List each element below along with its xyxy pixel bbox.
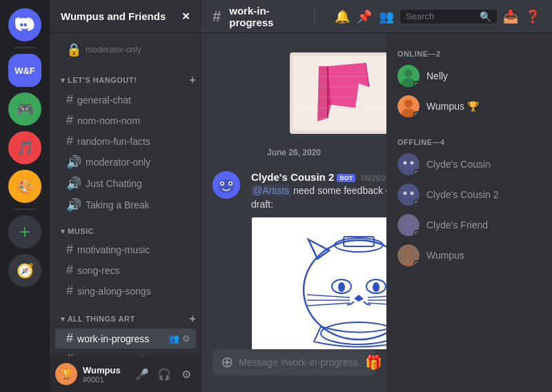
- current-user-name: Wumpus: [83, 365, 127, 375]
- channel-item-post-your-creations[interactable]: # post-your-creations: [55, 349, 196, 356]
- header-actions: 🔔 📌 👥 🔍 📥 ❓: [334, 8, 541, 25]
- member-avatar-wumpus: [397, 95, 420, 117]
- member-name-clydes-friend: Clyde's Friend: [426, 219, 488, 231]
- channel-item-work-in-progress[interactable]: # work-in-progress 👥 ⚙: [55, 329, 196, 349]
- channel-item-motivating-music[interactable]: # motivating-music: [55, 239, 196, 259]
- member-avatar-nelly: [397, 65, 420, 87]
- server-icon-3[interactable]: 🎵: [8, 131, 41, 164]
- members-icon[interactable]: 👥: [168, 333, 179, 344]
- svg-point-41: [404, 161, 407, 165]
- channel-label: moderator-only: [86, 45, 190, 55]
- member-item-clydes-cousin-2[interactable]: Clyde's Cousin 2: [392, 179, 546, 210]
- message-author: Clyde's Cousin 2: [251, 171, 355, 183]
- member-list: ONLINE—2 Nelly: [386, 33, 552, 392]
- hash-icon: #: [66, 92, 73, 107]
- server-divider: [14, 47, 36, 48]
- server-icon-2[interactable]: 🎮: [8, 92, 41, 126]
- server-divider-2: [14, 208, 36, 210]
- members-icon[interactable]: 👥: [378, 8, 395, 25]
- channel-item-just-chatting[interactable]: 🔊 Just Chatting: [55, 173, 196, 194]
- member-name-clydes-cousin-2: Clyde's Cousin 2: [426, 189, 499, 200]
- voice-icon: 🔊: [66, 176, 81, 191]
- member-item-clydes-friend[interactable]: Clyde's Friend: [392, 210, 546, 240]
- hash-icon: #: [66, 263, 73, 277]
- channel-item-song-recs[interactable]: # song-recs: [55, 260, 196, 280]
- help-icon[interactable]: ❓: [524, 8, 541, 25]
- gift-icon[interactable]: 🎁: [365, 354, 382, 371]
- member-item-nelly[interactable]: Nelly: [392, 61, 546, 91]
- member-avatar-clydes-cousin-2: [397, 184, 420, 206]
- channel-label: random-fun-facts: [77, 136, 190, 147]
- server-header[interactable]: Wumpus and Friends ✕: [50, 0, 201, 33]
- search-box[interactable]: 🔍: [400, 10, 497, 23]
- svg-point-21: [338, 282, 345, 292]
- messages-list: June 26, 2020: [201, 33, 386, 349]
- svg-point-13: [221, 183, 224, 185]
- mute-button[interactable]: 🎤: [132, 364, 152, 384]
- message-group-image: [201, 44, 386, 137]
- settings-button[interactable]: ⚙: [177, 364, 196, 384]
- status-dot: [413, 199, 420, 206]
- channel-item-sing-along-songs[interactable]: # sing-along-songs: [55, 281, 196, 301]
- pin-icon[interactable]: 📌: [356, 8, 373, 25]
- svg-point-46: [411, 192, 414, 195]
- server-list: W&F 🎮 🎵 🎨 + 🧭: [0, 0, 50, 392]
- online-section-header: ONLINE—2: [392, 44, 546, 61]
- cat-sketch-image: [251, 217, 386, 349]
- server-name: Wumpus and Friends: [61, 10, 166, 22]
- channel-label: motivating-music: [77, 244, 190, 255]
- channel-item-general-chat[interactable]: # general-chat: [55, 90, 196, 110]
- server-icon-4[interactable]: 🎨: [8, 170, 41, 203]
- member-avatar-clydes-cousin: [397, 153, 420, 175]
- channel-label: sing-along-songs: [77, 286, 190, 297]
- discord-home-button[interactable]: [8, 8, 41, 41]
- member-name-wumpus-offline: Wumpus: [426, 250, 464, 261]
- voice-icon: 🔊: [66, 197, 81, 213]
- channel-item-moderator-only[interactable]: 🔒 moderator-only: [55, 39, 196, 60]
- pink-sketch-image: [290, 52, 386, 134]
- user-panel: 🏆 Wumpus #0001 🎤 🎧 ⚙: [50, 356, 201, 392]
- bell-icon[interactable]: 🔔: [334, 8, 351, 25]
- search-input[interactable]: [406, 11, 475, 21]
- main-area: # work-in-progress share the current dra…: [201, 0, 552, 392]
- add-channel-button[interactable]: +: [189, 313, 196, 325]
- explore-button[interactable]: 🧭: [8, 254, 41, 287]
- category-all-things-art[interactable]: ▾ ALL THINGS ART +: [50, 302, 201, 328]
- mention[interactable]: @Artists: [251, 185, 290, 196]
- channel-header: # work-in-progress share the current dra…: [201, 0, 552, 33]
- member-avatar-clydes-friend: [397, 214, 420, 236]
- channel-item-draw-and-chat[interactable]: 🔊 moderator-only: [55, 152, 196, 173]
- offline-section-header: OFFLINE—4: [392, 133, 546, 149]
- message-content-clydes-cousin-2: Clyde's Cousin 2 06/26/2020 @Artists nee…: [251, 171, 386, 349]
- channel-item-nom-nom-nom[interactable]: # nom-nom-nom: [55, 110, 196, 130]
- svg-point-48: [404, 218, 413, 226]
- status-dot: [413, 230, 420, 236]
- message-input[interactable]: [239, 349, 359, 375]
- member-name-nelly: Nelly: [426, 70, 448, 81]
- category-music[interactable]: ▾ MUSIC: [50, 216, 201, 239]
- wumpus-server-icon[interactable]: W&F: [8, 54, 41, 87]
- message-group-clydes-cousin-2: Clyde's Cousin 2 06/26/2020 @Artists nee…: [201, 168, 386, 349]
- member-item-clydes-cousin[interactable]: Clyde's Cousin: [392, 149, 546, 179]
- current-user-tag: #0001: [83, 375, 127, 384]
- header-divider: [314, 8, 315, 25]
- add-channel-button[interactable]: +: [189, 74, 196, 86]
- inbox-icon[interactable]: 📥: [502, 8, 519, 25]
- current-user-avatar: 🏆: [55, 363, 77, 385]
- deafen-button[interactable]: 🎧: [155, 364, 174, 384]
- search-icon: 🔍: [480, 11, 491, 22]
- channel-item-random-fun-facts[interactable]: # random-fun-facts: [55, 131, 196, 151]
- message-text: @Artists need some feedback on this rece…: [251, 184, 386, 211]
- svg-point-42: [411, 161, 414, 165]
- messages-area: June 26, 2020: [201, 33, 386, 392]
- channel-item-taking-a-break[interactable]: 🔊 Taking a Break: [55, 195, 196, 215]
- settings-icon[interactable]: ⚙: [182, 333, 190, 344]
- member-item-wumpus-online[interactable]: Wumpus 🏆: [392, 91, 546, 121]
- member-item-wumpus-offline[interactable]: Wumpus: [392, 240, 546, 271]
- status-dot: [413, 111, 420, 117]
- add-server-button[interactable]: +: [8, 215, 41, 248]
- svg-point-22: [373, 282, 379, 292]
- category-lets-hangout[interactable]: ▾ LET'S HANGOUT! +: [50, 63, 201, 89]
- message-header: Clyde's Cousin 2 06/26/2020: [251, 171, 386, 183]
- add-attachment-button[interactable]: ⊕: [221, 353, 233, 371]
